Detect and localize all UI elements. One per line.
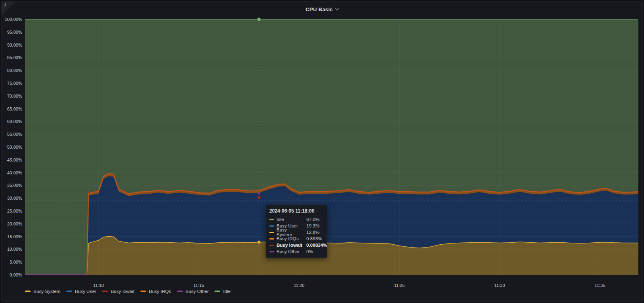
legend-item-busy-user[interactable]: Busy User (66, 289, 96, 294)
tooltip-row-busy-other: Busy Other0% (269, 248, 324, 255)
legend: Busy SystemBusy UserBusy IowaitBusy IRQs… (25, 289, 237, 294)
legend-swatch-icon (25, 291, 31, 292)
x-tick-label: 11:30 (494, 283, 505, 288)
y-tick-label: 100.00% (5, 17, 23, 22)
tooltip-series-value: 19.3% (306, 223, 320, 228)
tooltip-series-value: 0.893% (306, 236, 322, 241)
legend-item-busy-iowait[interactable]: Busy Iowait (102, 289, 134, 294)
tooltip-swatch-icon (269, 251, 274, 252)
tooltip-series-value: 12.8% (306, 230, 320, 235)
legend-label: Busy User (75, 289, 96, 294)
chart-tooltip: 2024-06-05 11:18:00 Idle67.0%Busy User19… (266, 205, 327, 258)
tooltip-series-value: 0.00834% (306, 243, 327, 248)
y-tick-label: 95.00% (7, 30, 23, 35)
legend-label: Busy Other (186, 289, 209, 294)
x-tick-label: 11:20 (294, 283, 305, 288)
y-tick-label: 65.00% (7, 106, 23, 111)
tooltip-row-busy-irqs: Busy IRQs0.893% (269, 235, 324, 242)
y-tick-label: 35.00% (7, 183, 23, 188)
y-tick-label: 55.00% (7, 132, 23, 137)
y-tick-label: 25.00% (7, 209, 23, 213)
tooltip-swatch-icon (269, 219, 274, 220)
y-tick-label: 90.00% (7, 43, 23, 47)
tooltip-swatch-icon (269, 232, 274, 233)
tooltip-row-idle: Idle67.0% (269, 216, 324, 223)
y-tick-label: 80.00% (7, 68, 23, 73)
y-tick-label: 20.00% (7, 221, 23, 226)
tooltip-series-name: Busy Other (277, 249, 303, 254)
tooltip-series-name: Idle (277, 217, 303, 222)
tooltip-timestamp: 2024-06-05 11:18:00 (269, 208, 324, 214)
x-tick-label: 11:10 (93, 283, 104, 288)
legend-item-busy-other[interactable]: Busy Other (177, 289, 209, 294)
tooltip-series-value: 0% (306, 249, 313, 254)
x-tick-label: 11:35 (594, 283, 605, 288)
legend-swatch-icon (215, 291, 220, 292)
y-tick-label: 70.00% (7, 94, 23, 98)
y-tick-label: 60.00% (7, 119, 23, 124)
x-tick-label: 11:15 (194, 283, 204, 288)
tooltip-swatch-icon (269, 225, 274, 227)
y-tick-label: 15.00% (7, 234, 23, 239)
plot-area[interactable] (25, 19, 638, 275)
x-tick-label: 11:25 (394, 283, 405, 288)
y-tick-label: 45.00% (7, 158, 23, 162)
tooltip-series-name: Busy System (277, 227, 303, 237)
y-tick-label: 30.00% (7, 196, 23, 201)
y-tick-label: 10.00% (7, 247, 23, 252)
tooltip-swatch-icon (269, 238, 274, 240)
y-tick-label: 50.00% (7, 145, 23, 149)
legend-item-idle[interactable]: Idle (215, 289, 231, 294)
y-tick-label: 5.00% (10, 260, 22, 264)
legend-item-busy-irqs[interactable]: Busy IRQs (140, 289, 171, 294)
tooltip-swatch-icon (269, 245, 274, 246)
tooltip-series-name: Busy Iowait (277, 243, 303, 248)
tooltip-row-busy-system: Busy System12.8% (269, 229, 324, 235)
legend-label: Busy Iowait (111, 289, 134, 294)
tooltip-series-value: 67.0% (306, 217, 320, 222)
legend-swatch-icon (140, 291, 146, 292)
legend-label: Busy System (33, 289, 60, 294)
legend-swatch-icon (66, 291, 72, 292)
legend-item-busy-system[interactable]: Busy System (25, 289, 60, 294)
legend-swatch-icon (102, 291, 108, 292)
legend-label: Busy IRQs (149, 289, 171, 294)
legend-label: Idle (223, 289, 231, 294)
y-tick-label: 0.00% (10, 272, 22, 277)
y-tick-label: 75.00% (7, 81, 23, 86)
y-tick-label: 40.00% (7, 170, 23, 175)
tooltip-series-name: Busy IRQs (277, 236, 303, 241)
y-tick-label: 85.00% (7, 55, 23, 60)
tooltip-row-busy-iowait: Busy Iowait0.00834% (269, 242, 324, 248)
legend-swatch-icon (177, 291, 183, 292)
